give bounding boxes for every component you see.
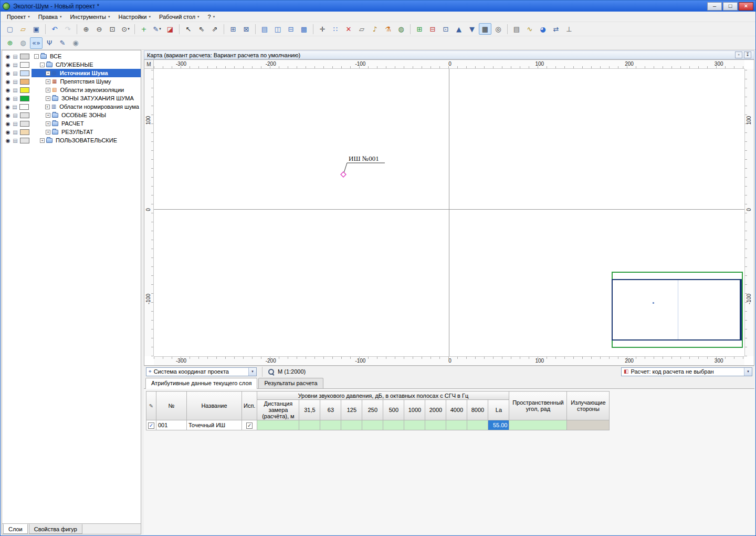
noise-source-marker-label[interactable]: ИШ №001 bbox=[349, 154, 379, 163]
tree-expander[interactable]: + bbox=[46, 113, 50, 118]
tree-expander[interactable]: + bbox=[46, 71, 50, 76]
layer-node[interactable]: +▧Области звукоизоляции bbox=[32, 86, 141, 94]
layer-label[interactable]: Области нормирования шума bbox=[58, 104, 141, 110]
erase-object-button[interactable]: ◪ bbox=[164, 23, 176, 35]
layer-label[interactable]: ПОЛЬЗОВАТЕЛЬСКИЕ bbox=[54, 137, 119, 143]
layer-visibility-icon[interactable]: ◉ bbox=[4, 104, 11, 110]
undo-button[interactable]: ↶ bbox=[48, 23, 61, 35]
col-header-la[interactable]: La bbox=[488, 400, 509, 420]
layer-row[interactable]: ◉▤+▧Области звукоизоляции bbox=[2, 86, 141, 94]
sketch-button[interactable]: ✎ bbox=[56, 37, 69, 49]
zoom-extents-button[interactable]: ⊡ bbox=[106, 23, 119, 35]
layer-color-swatch[interactable] bbox=[20, 62, 29, 68]
preview-button[interactable]: ◉ bbox=[69, 37, 82, 49]
noise-alarm-button[interactable]: ♪ bbox=[369, 23, 381, 35]
layer-print-icon[interactable]: ▤ bbox=[12, 129, 19, 135]
layer-row[interactable]: ◉▤+ПОЛЬЗОВАТЕЛЬСКИЕ bbox=[2, 136, 141, 145]
layer-print-icon[interactable]: ▤ bbox=[12, 138, 19, 143]
chevron-down-icon[interactable]: ▾ bbox=[248, 368, 256, 376]
calc-zone-rect[interactable] bbox=[612, 279, 742, 341]
select-button[interactable]: ↖ bbox=[182, 23, 195, 35]
select-point-button[interactable]: ⇖ bbox=[195, 23, 208, 35]
cell-freq-1000[interactable] bbox=[404, 420, 425, 430]
col-header-freq-2000[interactable]: 2000 bbox=[425, 400, 446, 420]
calc-variant-combobox[interactable]: ◧ Расчет: код расчета не выбран ▾ bbox=[621, 367, 752, 376]
layer-node[interactable]: +РАСЧЕТ bbox=[32, 119, 141, 128]
layer-visibility-icon[interactable]: ◉ bbox=[4, 96, 12, 101]
layer-color-swatch[interactable] bbox=[20, 79, 29, 85]
title-bar[interactable]: Эколог-Шум - Новый проект * – □ × bbox=[1, 1, 755, 12]
chevron-down-icon[interactable]: ▾ bbox=[744, 368, 752, 376]
layer-row[interactable]: ◉▤+ЗОНЫ ЗАТУХАНИЯ ШУМА bbox=[2, 94, 141, 102]
cell-freq-500[interactable] bbox=[383, 420, 404, 430]
col-header-freq-8000[interactable]: 8000 bbox=[467, 400, 488, 420]
tile-horizontal-button[interactable]: ◫ bbox=[271, 23, 284, 35]
layer-color-swatch[interactable] bbox=[20, 138, 29, 143]
plumb-button[interactable]: ⊥ bbox=[563, 23, 575, 35]
menu-desktop[interactable]: Рабочий стол bbox=[155, 13, 204, 21]
cell-freq-63[interactable] bbox=[320, 420, 341, 430]
tab-layers[interactable]: Слои bbox=[3, 524, 28, 534]
layer-label[interactable]: РАСЧЕТ bbox=[60, 120, 86, 127]
layer-node[interactable]: -СЛУЖЕБНЫЕ bbox=[32, 60, 141, 69]
layer-node[interactable]: +▥Области нормирования шума bbox=[31, 102, 141, 111]
col-header-sides[interactable]: Излучающие стороны bbox=[567, 391, 610, 420]
layer-node[interactable]: -ВСЕ bbox=[32, 52, 141, 60]
copy-figure-button[interactable]: ▤ bbox=[258, 23, 271, 35]
layer-row[interactable]: ◉▤+РЕЗУЛЬТАТ bbox=[2, 128, 141, 136]
cell-freq-31[interactable] bbox=[299, 420, 320, 430]
row-delete-button[interactable]: ⊟ bbox=[426, 23, 439, 35]
cell-distance[interactable] bbox=[257, 420, 299, 430]
map-canvas[interactable]: ИШ №001 bbox=[154, 69, 744, 356]
layer-print-icon[interactable]: ▤ bbox=[12, 112, 19, 118]
globe-button[interactable]: ◍ bbox=[395, 23, 407, 35]
select-area-button[interactable]: ⇗ bbox=[208, 23, 221, 35]
col-header-angle[interactable]: Пространственный угол, рад bbox=[509, 391, 567, 420]
search-object-button[interactable]: ◎ bbox=[492, 23, 505, 35]
cell-sides[interactable] bbox=[567, 420, 610, 430]
table-row[interactable]: ✓ 001 Точечный ИШ ✓ 55.00 bbox=[146, 420, 610, 430]
coordinate-system-combobox[interactable]: ⌖ Система координат проекта ▾ bbox=[146, 367, 257, 376]
layer-visibility-icon[interactable]: ◉ bbox=[4, 79, 12, 85]
cell-la[interactable]: 55.00 bbox=[488, 420, 509, 430]
layer-label[interactable]: СЛУЖЕБНЫЕ bbox=[54, 61, 95, 68]
col-header-freq-31[interactable]: 31,5 bbox=[299, 400, 320, 420]
cell-freq-4000[interactable] bbox=[446, 420, 467, 430]
new-project-button[interactable]: ▢ bbox=[4, 23, 16, 35]
delete-figure-button[interactable]: ✕ bbox=[342, 23, 355, 35]
layer-node[interactable]: +◎Источники Шума bbox=[32, 69, 141, 77]
antenna-button[interactable]: Ψ bbox=[43, 37, 56, 49]
tree-expander[interactable]: + bbox=[46, 79, 50, 84]
redo-button[interactable]: ↷ bbox=[61, 23, 74, 35]
use-checkbox[interactable]: ✓ bbox=[246, 422, 253, 429]
tree-expander[interactable]: + bbox=[45, 105, 50, 109]
layer-print-icon[interactable]: ▤ bbox=[12, 62, 19, 68]
row-down-button[interactable]: ▼ bbox=[466, 23, 478, 35]
pin-window-icon[interactable]: ↧ bbox=[744, 51, 751, 58]
layer-print-icon[interactable]: ▤ bbox=[12, 96, 19, 101]
layer-visibility-icon[interactable]: ◉ bbox=[4, 112, 12, 118]
layer-color-swatch[interactable] bbox=[20, 129, 29, 135]
layer-row[interactable]: ◉▤+▦Препятствия Шуму bbox=[2, 77, 141, 86]
globe-3d-button[interactable]: ◕ bbox=[537, 23, 549, 35]
layer-color-swatch[interactable] bbox=[20, 70, 29, 76]
layer-label[interactable]: Области звукоизоляции bbox=[58, 87, 125, 93]
menu-project[interactable]: Проект bbox=[3, 13, 34, 21]
col-header-freq-1000[interactable]: 1000 bbox=[404, 400, 425, 420]
tree-expander[interactable]: + bbox=[46, 96, 50, 101]
menu-settings[interactable]: Настройки bbox=[114, 13, 155, 21]
tree-expander[interactable]: + bbox=[46, 88, 50, 92]
layer-row[interactable]: ◉▤-СЛУЖЕБНЫЕ bbox=[2, 60, 141, 69]
col-header-freq-125[interactable]: 125 bbox=[341, 400, 362, 420]
layer-node[interactable]: +ПОЛЬЗОВАТЕЛЬСКИЕ bbox=[32, 136, 141, 145]
layer-label[interactable]: Препятствия Шуму bbox=[58, 78, 112, 85]
cell-freq-250[interactable] bbox=[362, 420, 383, 430]
zoom-mode-button[interactable]: ⊙▾ bbox=[119, 23, 132, 35]
tree-expander[interactable]: - bbox=[40, 63, 45, 67]
float-window-icon[interactable]: ▫ bbox=[735, 51, 742, 58]
select-all-button[interactable]: ⊠ bbox=[240, 23, 253, 35]
layer-row[interactable]: ◉▤+ОСОБЫЕ ЗОНЫ bbox=[2, 111, 141, 119]
transform-figure-button[interactable]: ▱ bbox=[355, 23, 368, 35]
cell-freq-8000[interactable] bbox=[467, 420, 488, 430]
cell-angle[interactable] bbox=[509, 420, 567, 430]
